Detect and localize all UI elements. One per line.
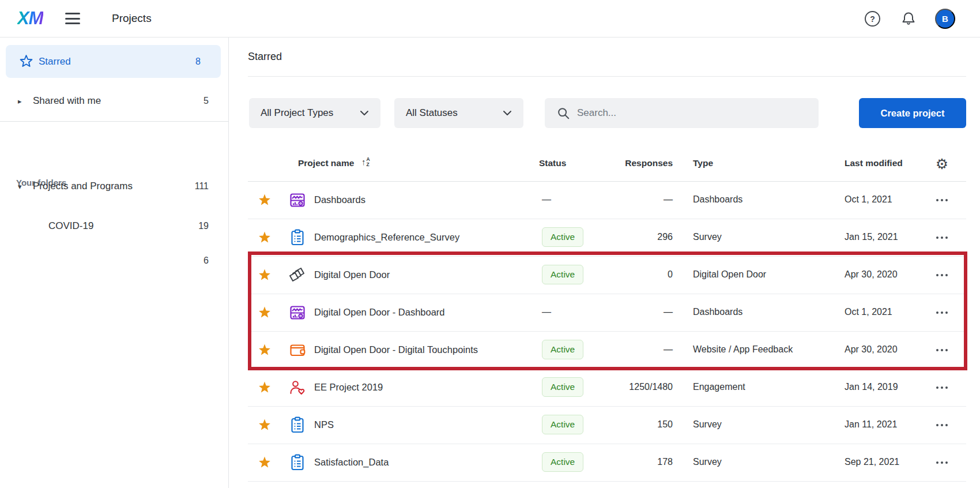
column-header-status[interactable]: Status — [539, 158, 566, 168]
project-name-link[interactable]: Digital Open Door — [314, 269, 390, 280]
star-filled-icon — [258, 381, 271, 393]
star-filled-icon — [258, 456, 271, 468]
engagement-icon — [288, 378, 307, 397]
project-name-link[interactable]: Satisfaction_Data — [314, 457, 389, 468]
project-type-icon — [288, 416, 307, 434]
star-filled-icon — [258, 194, 271, 206]
status-badge: Active — [542, 340, 583, 359]
page-title: Projects — [112, 12, 152, 25]
star-icon[interactable] — [258, 419, 271, 431]
folder-count: 19 — [198, 221, 209, 231]
project-type-icon — [288, 228, 307, 247]
sidebar-item-label: Shared with me — [33, 95, 101, 107]
table-settings-gear-icon[interactable]: ⚙ — [933, 155, 951, 173]
star-icon[interactable] — [258, 194, 271, 207]
last-modified-value: Oct 1, 2021 — [845, 194, 892, 205]
status-badge: Active — [542, 415, 583, 434]
content-heading: Starred — [248, 51, 282, 63]
star-filled-icon — [258, 231, 271, 243]
sidebar-item-count: 8 — [195, 57, 201, 67]
status-badge: Active — [542, 377, 583, 397]
sidebar-folder-unnamed[interactable]: 6 — [0, 244, 229, 277]
row-actions-menu-button[interactable] — [929, 343, 955, 357]
star-icon[interactable] — [258, 306, 271, 319]
survey-icon — [288, 228, 307, 247]
row-actions-menu-button[interactable] — [929, 456, 955, 470]
search-box — [545, 98, 819, 128]
xm-logo[interactable]: XM — [17, 8, 43, 29]
survey-icon — [288, 416, 307, 434]
chevron-right-icon[interactable]: ▸ — [18, 97, 22, 106]
digital-open-door-icon — [288, 266, 307, 284]
status-filter-dropdown[interactable]: All Statuses — [394, 98, 523, 128]
star-filled-icon — [258, 419, 271, 431]
type-value: Engagement — [693, 382, 745, 392]
sort-az-icon[interactable]: ↑AZ — [361, 157, 370, 167]
project-type-filter-dropdown[interactable]: All Project Types — [249, 98, 380, 128]
row-actions-menu-button[interactable] — [929, 381, 955, 395]
project-type-icon — [288, 266, 307, 284]
type-value: Dashboards — [693, 194, 742, 205]
last-modified-value: Apr 30, 2020 — [845, 344, 898, 355]
row-actions-menu-button[interactable] — [929, 193, 955, 207]
last-modified-value: Sep 21, 2021 — [845, 457, 899, 467]
column-header-project-name[interactable]: Project name — [298, 158, 354, 168]
star-icon[interactable] — [258, 344, 271, 356]
responses-value: 178 — [600, 457, 673, 467]
star-icon[interactable] — [258, 269, 271, 281]
star-icon[interactable] — [258, 231, 271, 244]
search-input[interactable] — [577, 98, 811, 128]
type-value: Digital Open Door — [693, 269, 766, 280]
hamburger-menu-button[interactable] — [65, 10, 81, 27]
sidebar-item-count: 5 — [203, 96, 209, 106]
row-actions-menu-button[interactable] — [929, 306, 955, 320]
search-icon — [556, 106, 570, 120]
status-badge: — — [542, 194, 551, 205]
project-name-link[interactable]: Demographics_Reference_Survey — [314, 232, 459, 243]
responses-value: — — [600, 194, 673, 205]
chevron-down-icon — [360, 110, 369, 117]
row-actions-menu-button[interactable] — [929, 268, 955, 282]
dashboard-icon — [288, 303, 307, 322]
project-name-link[interactable]: Dashboards — [314, 194, 365, 205]
chevron-down-icon — [503, 110, 512, 117]
sidebar: Starred 8 ▸ Shared with me 5 Your folder… — [0, 37, 229, 488]
responses-value: 1250/1480 — [600, 382, 673, 392]
row-actions-menu-button[interactable] — [929, 418, 955, 432]
type-value: Website / App Feedback — [693, 344, 793, 355]
column-header-type[interactable]: Type — [693, 158, 713, 168]
project-type-icon — [288, 453, 307, 472]
sidebar-item-shared-with-me[interactable]: ▸ Shared with me 5 — [0, 84, 229, 118]
status-badge: — — [542, 307, 551, 317]
column-header-last-modified[interactable]: Last modified — [845, 158, 903, 168]
chevron-down-icon[interactable]: ▾ — [18, 182, 22, 191]
star-icon[interactable] — [258, 456, 271, 469]
sidebar-item-starred[interactable]: Starred 8 — [6, 45, 221, 78]
last-modified-value: Jan 11, 2021 — [845, 419, 897, 430]
project-name-link[interactable]: Digital Open Door - Digital Touchpoints — [314, 344, 478, 355]
row-actions-menu-button[interactable] — [929, 231, 955, 245]
project-type-icon — [288, 378, 307, 397]
column-header-responses[interactable]: Responses — [600, 158, 673, 168]
project-name-link[interactable]: Digital Open Door - Dashboard — [314, 307, 445, 318]
star-icon[interactable] — [258, 381, 271, 394]
responses-value: 296 — [600, 232, 673, 242]
create-project-button[interactable]: Create project — [859, 98, 966, 128]
folder-count: 111 — [195, 181, 209, 192]
last-modified-value: Jan 14, 2019 — [845, 382, 898, 392]
sidebar-folder-covid-19[interactable]: COVID-19 19 — [0, 209, 229, 243]
responses-value: — — [600, 344, 673, 355]
folder-count: 6 — [203, 256, 209, 266]
sidebar-item-label: Starred — [39, 56, 71, 67]
status-badge: Active — [542, 227, 583, 247]
sidebar-folder-projects-and-programs[interactable]: ▾ Projects and Programs 111 — [0, 170, 229, 203]
project-name-link[interactable]: NPS — [314, 419, 334, 430]
project-name-link[interactable]: EE Project 2019 — [314, 382, 383, 393]
last-modified-value: Jan 15, 2021 — [845, 232, 898, 242]
help-icon[interactable]: ? — [865, 11, 880, 27]
sidebar-divider — [0, 121, 229, 122]
folder-label: Projects and Programs — [33, 181, 133, 192]
user-avatar[interactable]: B — [935, 9, 955, 29]
notifications-bell-icon[interactable] — [900, 10, 917, 27]
divider — [248, 76, 966, 77]
